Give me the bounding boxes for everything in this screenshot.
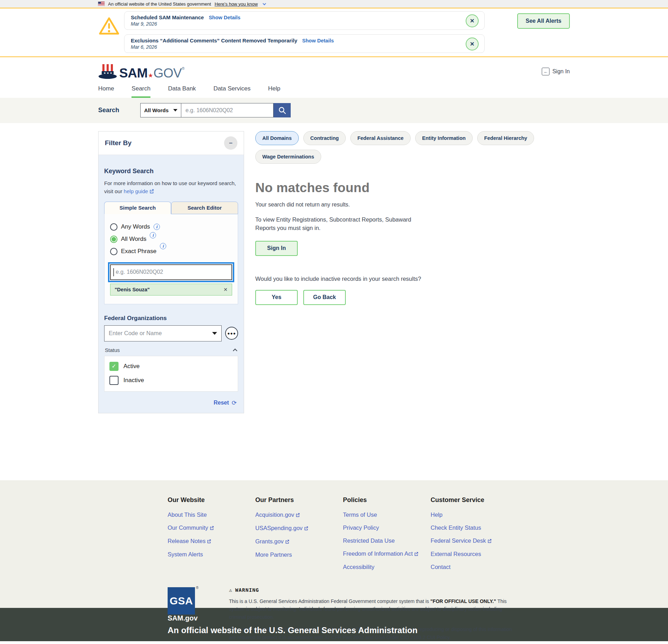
footer-link-terms-of-use[interactable]: Terms of Use [343, 511, 431, 518]
domain-tab-wage-determinations[interactable]: Wage Determinations [255, 150, 321, 164]
filter-panel: Filter By − Keyword Search For more info… [98, 131, 244, 413]
alert-card: Scheduled SAM Maintenance Show Details M… [124, 11, 485, 30]
footer-link-external-resources[interactable]: External Resources [431, 551, 522, 557]
global-search-input[interactable] [181, 103, 274, 117]
alert-close-button[interactable]: ✕ [466, 38, 479, 50]
radio-all-words[interactable] [110, 236, 117, 243]
site-header: ★ ★ ★ SAM★GOV® ← Sign In [0, 57, 668, 82]
nav-item-data-services[interactable]: Data Services [214, 85, 251, 98]
show-details-link[interactable]: Show Details [209, 15, 240, 20]
footer-link-federal-service-desk[interactable]: Federal Service Desk [431, 537, 522, 544]
no-results-text: Your search did not return any results. [255, 202, 570, 208]
footer-link-check-entity-status[interactable]: Check Entity Status [431, 524, 522, 531]
federal-org-combobox[interactable]: Enter Code or Name [104, 325, 222, 341]
domain-tab-entity-information[interactable]: Entity Information [415, 131, 473, 145]
alerts-section: Scheduled SAM Maintenance Show Details M… [0, 8, 668, 57]
footer-col-title: Our Partners [255, 496, 343, 504]
results-column: All Domains Contracting Federal Assistan… [255, 131, 570, 305]
external-link-icon [304, 525, 308, 532]
search-strip: Search All Words [0, 98, 668, 123]
search-submit-button[interactable] [274, 103, 291, 117]
domain-tab-federal-assistance[interactable]: Federal Assistance [350, 131, 411, 145]
see-all-alerts-button[interactable]: See All Alerts [517, 13, 570, 29]
domain-tab-federal-hierarchy[interactable]: Federal Hierarchy [477, 131, 534, 145]
footer-link-label: Acquisition.gov [255, 511, 294, 518]
keyword-chip: "Denis Souza" ✕ [110, 284, 232, 296]
footer-link-help[interactable]: Help [431, 511, 522, 518]
nav-item-data-bank[interactable]: Data Bank [168, 85, 196, 98]
checkbox-active-label: Active [123, 363, 140, 370]
warning-text: This is a U.S. General Services Administ… [229, 598, 430, 604]
info-icon[interactable]: i [150, 232, 156, 238]
footer-link-label: Our Community [168, 524, 208, 531]
search-strip-label: Search [98, 107, 140, 114]
checkbox-inactive[interactable] [109, 376, 119, 385]
keyword-search-input[interactable] [110, 264, 232, 280]
footer-link-restricted-data-use[interactable]: Restricted Data Use [343, 537, 431, 544]
gov-banner-text: An official website of the United States… [108, 1, 211, 7]
footer-link-acquisition-gov[interactable]: Acquisition.gov [255, 511, 343, 518]
reset-link[interactable]: Reset [214, 400, 229, 406]
warning-triangle-small-icon: ⚠ [229, 587, 232, 593]
alert-close-button[interactable]: ✕ [466, 14, 479, 27]
domain-tab-contracting[interactable]: Contracting [303, 131, 346, 145]
brand-star-icon: ★ [148, 72, 153, 79]
chevron-up-icon[interactable] [233, 348, 237, 353]
footer-link-more-partners[interactable]: More Partners [255, 551, 343, 558]
filter-collapse-button[interactable]: − [224, 136, 237, 150]
reset-refresh-icon[interactable]: ⟳ [232, 399, 237, 407]
footer-link-accessibility[interactable]: Accessibility [343, 564, 431, 570]
external-link-icon [285, 538, 289, 545]
magnifier-icon [278, 106, 286, 115]
footer-col-title: Our Website [168, 496, 255, 504]
footer-link-about-this-site[interactable]: About This Site [168, 511, 255, 518]
footer-link-grants-gov[interactable]: Grants.gov [255, 538, 343, 545]
footer-link-system-alerts[interactable]: System Alerts [168, 551, 255, 558]
footer-link-our-community[interactable]: Our Community [168, 524, 255, 531]
footer-link-usaspending-gov[interactable]: USASpending.gov [255, 525, 343, 532]
domain-tab-all-domains[interactable]: All Domains [255, 131, 299, 145]
sign-in-icon: ← [542, 68, 549, 75]
federal-org-more-button[interactable]: ●●● [225, 327, 238, 340]
footer-col-customer-service: Customer Service Help Check Entity Statu… [431, 496, 522, 577]
search-mode-select[interactable]: All Words [140, 103, 181, 117]
header-sign-in-link[interactable]: ← Sign In [542, 68, 570, 75]
chevron-down-icon[interactable] [263, 2, 266, 5]
show-details-link[interactable]: Show Details [302, 38, 334, 43]
external-link-icon [149, 188, 154, 196]
footer-link-privacy-policy[interactable]: Privacy Policy [343, 524, 431, 531]
go-back-button[interactable]: Go Back [303, 290, 346, 305]
uncle-sam-hat-icon: ★ ★ ★ [98, 63, 117, 80]
results-sign-in-button[interactable]: Sign In [255, 241, 298, 256]
main-nav: Home Search Data Bank Data Services Help [0, 82, 668, 98]
caret-down-icon [212, 332, 217, 335]
heres-how-you-know-link[interactable]: Here's how you know [215, 1, 258, 7]
chip-remove-icon[interactable]: ✕ [223, 287, 228, 292]
info-icon[interactable]: i [154, 224, 160, 230]
nav-item-search[interactable]: Search [131, 85, 150, 98]
yes-button[interactable]: Yes [255, 290, 298, 305]
usa-gov-banner: An official website of the United States… [0, 0, 668, 8]
caret-down-icon [173, 109, 177, 111]
info-icon[interactable]: i [160, 243, 166, 249]
sam-gov-logo[interactable]: ★ ★ ★ SAM★GOV® [98, 63, 184, 80]
tab-simple-search[interactable]: Simple Search [104, 202, 171, 214]
keyword-chip-label: "Denis Souza" [115, 287, 150, 292]
help-guide-link[interactable]: help guide [124, 188, 148, 194]
alert-date: Mar 9, 2026 [131, 21, 460, 27]
footer-link-release-notes[interactable]: Release Notes [168, 538, 255, 545]
tab-search-editor[interactable]: Search Editor [171, 202, 238, 214]
footer-link-contact[interactable]: Contact [431, 564, 522, 570]
nav-item-help[interactable]: Help [268, 85, 280, 98]
footer-col-policies: Policies Terms of Use Privacy Policy Res… [343, 496, 431, 577]
nav-item-home[interactable]: Home [98, 85, 114, 98]
footer-col-title: Customer Service [431, 496, 522, 504]
external-link-icon [210, 525, 214, 531]
federal-org-placeholder: Enter Code or Name [109, 330, 162, 337]
radio-all-words-label: All Words [121, 236, 146, 243]
footer-col-our-website: Our Website About This Site Our Communit… [168, 496, 255, 577]
footer-link-foia[interactable]: Freedom of Information Act [343, 550, 431, 557]
radio-exact-phrase[interactable] [110, 248, 117, 255]
radio-any-words[interactable] [110, 223, 117, 231]
checkbox-active[interactable]: ✓ [109, 362, 119, 371]
